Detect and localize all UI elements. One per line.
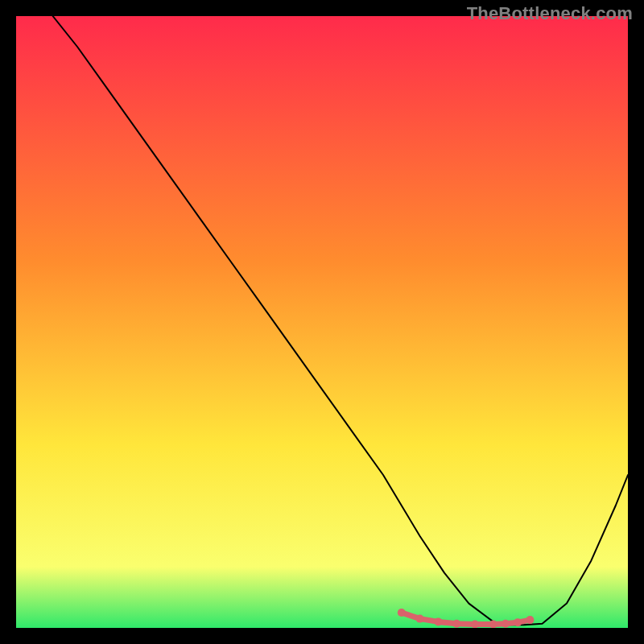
watermark-text: TheBottleneck.com <box>467 3 633 24</box>
marker-optimal-region <box>526 616 534 624</box>
marker-optimal-region <box>514 618 522 626</box>
marker-optimal-region <box>452 620 460 628</box>
chart-svg <box>16 16 628 628</box>
marker-optimal-region <box>416 615 424 623</box>
marker-optimal-region <box>489 620 497 628</box>
plot-area <box>16 16 628 628</box>
marker-optimal-region <box>471 620 479 628</box>
marker-optimal-region <box>434 617 442 625</box>
marker-optimal-region <box>502 620 510 628</box>
chart-container: TheBottleneck.com <box>0 0 644 644</box>
gradient-background <box>16 16 628 628</box>
marker-optimal-region <box>398 609 406 617</box>
